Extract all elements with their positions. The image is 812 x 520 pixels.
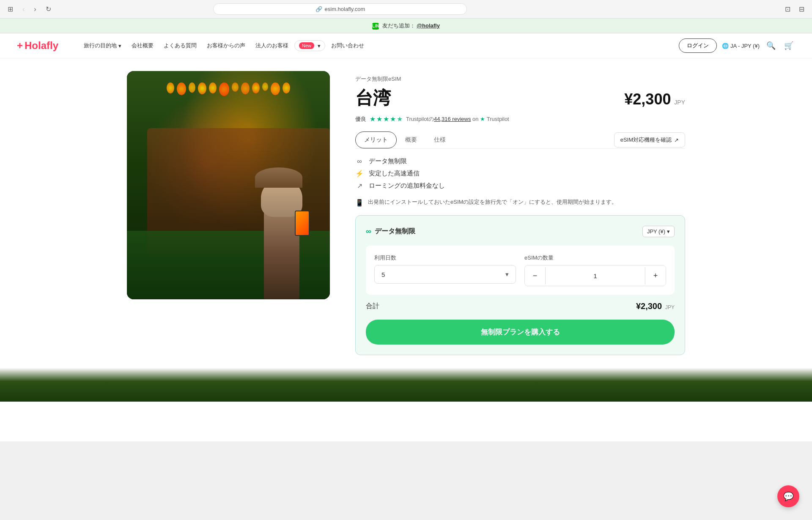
- fields-row: 利用日数 5 ▾ eSIMの数量 − 1 +: [374, 254, 666, 286]
- star-5: ★: [397, 115, 403, 123]
- purchase-card-title: ∞ データ無制限: [366, 227, 415, 236]
- card-title-text: データ無制限: [375, 227, 415, 236]
- new-badge: New: [299, 42, 314, 49]
- nav-business[interactable]: 法人のお客様: [251, 38, 293, 53]
- address-bar[interactable]: 🔗 esim.holafly.com: [213, 3, 467, 15]
- esim-compat-label: eSIM対応機種を確認: [620, 136, 672, 144]
- globe-icon: 🌐: [722, 43, 729, 49]
- nav-about-label: 会社概要: [132, 42, 154, 49]
- nav-about[interactable]: 会社概要: [127, 38, 158, 53]
- esim-count-field-group: eSIMの数量 − 1 +: [524, 254, 666, 286]
- esim-compat-button[interactable]: eSIM対応機種を確認 ↗: [614, 132, 685, 148]
- nav-destination-label: 旅行の目的地: [84, 42, 117, 49]
- esim-count-label: eSIMの数量: [524, 254, 666, 262]
- feature-fast-text: 安定した高速通信: [369, 170, 420, 178]
- no-roaming-icon: ↗: [355, 182, 364, 190]
- line-icon: LINE: [372, 23, 379, 30]
- total-currency: JPY: [665, 304, 675, 310]
- quantity-decrease-button[interactable]: −: [525, 265, 545, 286]
- star-rating: ★ ★ ★ ★ ★: [370, 115, 403, 123]
- currency-arrow: ▾: [667, 228, 670, 235]
- browser-right-icons: ⊡ ⊟: [782, 3, 807, 15]
- language-label: JA - JPY (¥): [730, 43, 760, 49]
- card-infinity-icon: ∞: [366, 227, 371, 236]
- nav-contact-label: お問い合わせ: [331, 42, 364, 49]
- url-text: esim.holafly.com: [325, 6, 365, 12]
- reload-button[interactable]: ↻: [43, 3, 54, 15]
- page-bg-bottom: [0, 368, 812, 402]
- feature-no-roaming: ↗ ローミングの追加料金なし: [355, 182, 685, 190]
- review-link[interactable]: 44,316 reviews: [434, 116, 471, 122]
- product-title: 台湾: [355, 86, 391, 110]
- back-button[interactable]: ‹: [20, 4, 27, 15]
- star-3: ★: [383, 115, 389, 123]
- nav-faq-label: よくある質問: [164, 42, 197, 49]
- days-field-group: 利用日数 5 ▾: [374, 254, 516, 286]
- infinity-feature-icon: ∞: [355, 158, 364, 165]
- product-image-container: [127, 71, 330, 355]
- cart-button[interactable]: 🛒: [782, 39, 795, 52]
- quantity-control: − 1 +: [524, 265, 666, 286]
- page: LINE 友だち追加： @holafly + Holafly 旅行の目的地 ▾ …: [0, 19, 812, 441]
- tab-merits[interactable]: メリット: [355, 131, 397, 148]
- buy-button[interactable]: 無制限プランを購入する: [366, 320, 675, 345]
- forward-button[interactable]: ›: [31, 4, 38, 15]
- lock-icon: 🔗: [315, 6, 322, 12]
- quantity-increase-button[interactable]: +: [645, 265, 666, 286]
- notice-text: 出発前にインストールしておいたeSIMの設定を旅行先で「オン」にすると、使用期間…: [368, 198, 617, 206]
- purchase-card: ∞ データ無制限 JPY (¥) ▾ 利用日数 5 ▾: [355, 215, 685, 355]
- quantity-value: 1: [545, 267, 645, 285]
- currency-selector[interactable]: JPY (¥) ▾: [642, 226, 675, 237]
- features-list: ∞ データ無制限 ⚡ 安定した高速通信 ↗ ローミングの追加料金なし: [355, 157, 685, 190]
- line-handle-link[interactable]: @holafly: [417, 22, 440, 29]
- nav-reviews-label: お客様からの声: [207, 42, 245, 49]
- total-price: ¥2,300: [636, 301, 662, 311]
- rating-row: 優良 ★ ★ ★ ★ ★ Trustpilotの44,316 reviews o…: [355, 115, 685, 123]
- login-button[interactable]: ログイン: [679, 38, 717, 53]
- main-nav: 旅行の目的地 ▾ 会社概要 よくある質問 お客様からの声 法人のお客様 New …: [80, 38, 666, 53]
- browser-toolbar: ⊞ ‹ › ↻ 🔗 esim.holafly.com ⊡ ⊟: [0, 0, 812, 18]
- currency-value: JPY (¥): [647, 228, 665, 235]
- nav-new-dropdown[interactable]: New ▾: [294, 40, 325, 51]
- logo-link[interactable]: + Holafly: [17, 40, 58, 52]
- total-label: 合計: [366, 302, 379, 311]
- product-tabs: メリット 概要 仕様 eSIM対応機種を確認 ↗: [355, 131, 685, 149]
- nav-faq[interactable]: よくある質問: [159, 38, 201, 53]
- total-price-container: ¥2,300 JPY: [636, 301, 675, 311]
- trustpilot-text: Trustpilotの44,316 reviews on ★ Trustpilo…: [406, 115, 509, 123]
- product-info: データ無制限eSIM 台湾 ¥2,300 JPY 優良 ★ ★ ★ ★ ★: [355, 71, 685, 355]
- review-prefix: Trustpilotの: [406, 116, 434, 122]
- lightning-icon: ⚡: [355, 170, 364, 178]
- nav-contact[interactable]: お問い合わせ: [327, 38, 368, 53]
- language-selector[interactable]: 🌐 JA - JPY (¥): [722, 43, 760, 49]
- trustpilot-label: Trustpilot: [487, 116, 509, 122]
- nav-reviews[interactable]: お客様からの声: [203, 38, 250, 53]
- nav-destination[interactable]: 旅行の目的地 ▾: [80, 38, 126, 53]
- rating-label: 優良: [355, 115, 366, 123]
- header-right: ログイン 🌐 JA - JPY (¥) 🔍 🛒: [679, 38, 795, 53]
- purchase-card-header: ∞ データ無制限 JPY (¥) ▾: [366, 226, 675, 237]
- notice-icon: 📱: [355, 199, 364, 207]
- tab-grid-button[interactable]: ⊞: [5, 3, 16, 15]
- product-price: ¥2,300: [624, 90, 671, 108]
- activation-notice: 📱 出発前にインストールしておいたeSIMの設定を旅行先で「オン」にすると、使用…: [355, 198, 685, 207]
- tab-specs[interactable]: 仕様: [425, 132, 454, 148]
- new-dropdown-arrow: ▾: [318, 43, 321, 49]
- purchase-fields: 利用日数 5 ▾ eSIMの数量 − 1 +: [366, 246, 675, 295]
- tab-overview[interactable]: 概要: [397, 132, 425, 148]
- feature-unlimited-data: ∞ データ無制限: [355, 157, 685, 165]
- split-view-button[interactable]: ⊟: [796, 3, 807, 15]
- account-button[interactable]: ⊡: [782, 3, 793, 15]
- top-banner: LINE 友だち追加： @holafly: [0, 19, 812, 33]
- search-button[interactable]: 🔍: [765, 39, 777, 52]
- days-label: 利用日数: [374, 254, 516, 262]
- nav-destination-arrow: ▾: [118, 43, 121, 49]
- days-select[interactable]: 5 ▾: [374, 265, 516, 284]
- nav-business-label: 法人のお客様: [255, 42, 288, 49]
- star-2: ★: [376, 115, 382, 123]
- logo-text: Holafly: [25, 40, 58, 52]
- star-1: ★: [370, 115, 376, 123]
- banner-text: 友だち追加：: [382, 22, 415, 29]
- total-row: 合計 ¥2,300 JPY: [366, 301, 675, 311]
- feature-fast-connection: ⚡ 安定した高速通信: [355, 170, 685, 178]
